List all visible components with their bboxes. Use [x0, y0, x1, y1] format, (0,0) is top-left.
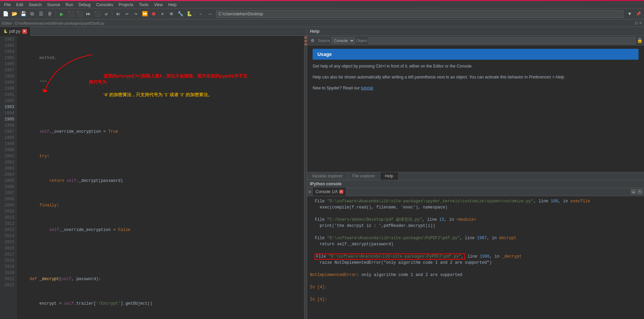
tab-help[interactable]: Help: [380, 172, 399, 180]
gutter-bar: [304, 36, 307, 319]
menu-edit[interactable]: Edit: [13, 2, 26, 8]
continue-btn[interactable]: ⏩: [141, 10, 149, 18]
debug2-btn[interactable]: ⏯: [114, 10, 122, 18]
console-prompt-2[interactable]: In [4]:: [310, 296, 641, 303]
at-btn[interactable]: @: [46, 10, 54, 18]
step-out-btn[interactable]: ↪: [132, 10, 140, 18]
code-line: encrypt = self.trailer['/Encrypt'].getOb…: [20, 301, 304, 307]
list-btn[interactable]: ☰: [37, 10, 45, 18]
pin-btn[interactable]: 📌: [634, 10, 643, 18]
code-line: try:: [20, 153, 304, 159]
tools-btn[interactable]: ✕: [158, 10, 167, 18]
stop2-btn[interactable]: ⏹: [149, 10, 158, 18]
console-minimize-btn[interactable]: ▬: [631, 189, 636, 194]
code-line: [20, 104, 304, 110]
object-input[interactable]: [369, 37, 635, 44]
ipython-console-label: IPython console: [307, 180, 644, 188]
help-toolbar: ⚙ Source Console Editor Object 🔒: [307, 36, 644, 45]
save-btn[interactable]: 💾: [19, 10, 27, 18]
console-line: return self._decrypt(password): [310, 241, 641, 247]
usage-box: Usage: [313, 49, 639, 60]
sep2: [112, 11, 112, 17]
editor-header: Editor - D:\software\anaconda\lib\site-p…: [0, 19, 644, 27]
console-line: File "C:/Users/dehen/Desktop/pdf 破译尝试.py…: [310, 217, 641, 223]
code-line: self._override_encryption = False: [20, 227, 304, 233]
code-content[interactable]: method. """ self._override_encryption = …: [17, 36, 304, 319]
back-btn[interactable]: ←: [197, 10, 205, 18]
menu-debug[interactable]: Debug: [76, 2, 93, 8]
run-file-btn[interactable]: ⬛: [67, 10, 75, 18]
console-output[interactable]: File "D:\software\Anaconda\lib\site-pack…: [307, 196, 644, 319]
help-content-area: Usage Get help of any object by pressing…: [307, 45, 644, 172]
expand-path-btn[interactable]: ▼: [626, 10, 634, 18]
annotation-overlay: 这里的encrypt['/v']实际上是4，所以才会报错。因为当前的pypdf2…: [89, 55, 247, 129]
restart-btn[interactable]: ↺: [102, 10, 110, 18]
path-input[interactable]: [216, 10, 624, 18]
console-tab[interactable]: Console 1/A ✕: [312, 188, 346, 196]
python-btn[interactable]: 🐍: [185, 10, 193, 18]
console-line: raise NotImplementedError("only algorith…: [310, 260, 641, 266]
menu-source[interactable]: Source: [44, 2, 63, 8]
console-error-line: NotImplementedError: only algorithm code…: [310, 272, 641, 278]
stop-btn[interactable]: ⬛: [93, 10, 101, 18]
console-new-btn[interactable]: ⊞: [309, 189, 311, 194]
code-line: finally:: [20, 202, 304, 208]
sep3: [195, 11, 195, 17]
console-tab-bar: ⊞ Console 1/A ✕ ▬ ✎: [307, 188, 644, 196]
tab-icon: 🐍: [3, 29, 8, 33]
console-tab-label: Console 1/A: [315, 189, 338, 194]
lock-btn[interactable]: 🔒: [637, 38, 643, 43]
source-select[interactable]: Console Editor: [331, 37, 355, 44]
forward-btn[interactable]: →: [206, 10, 214, 18]
open-btn[interactable]: 📂: [10, 10, 18, 18]
menu-tools[interactable]: Tools: [136, 2, 151, 8]
console-prompt-1[interactable]: In [4]:: [310, 284, 641, 290]
help-panel-header: Help: [307, 27, 644, 36]
copy-btn[interactable]: ⧉: [28, 10, 36, 18]
code-line: def _decrypt(self, password):: [20, 276, 304, 282]
console-close-btn[interactable]: ✕: [339, 190, 343, 194]
tab-file-explorer[interactable]: File explorer: [348, 172, 380, 180]
menu-view[interactable]: View: [151, 2, 166, 8]
code-line: [20, 251, 304, 258]
help-auto-text: Help can also be shown automatically aft…: [313, 74, 639, 80]
code-line: self._override_encryption = True: [20, 129, 304, 135]
editor-title: Editor - D:\software\anaconda\lib\site-p…: [2, 21, 104, 25]
line-numbers: 1982 1983 1984 1985 1986 1987 1988 1989 …: [0, 36, 17, 319]
object-label: Object: [356, 39, 367, 43]
menu-help[interactable]: Help: [166, 2, 180, 8]
gutter-mark: [305, 37, 307, 39]
console-maximize-btn[interactable]: ✎: [637, 189, 643, 194]
code-line: return self._decrypt(password): [20, 178, 304, 184]
annotation-text: 这里的encrypt['/v']实际上是4，所以才会报错。因为当前的pypdf2…: [89, 67, 247, 104]
toolbar: 📄 📂 💾 ⧉ ☰ @ ▶ ⬛ ⬛ ⏭ ⬛ ↺ ⏯ ↩ ↪ ⏩ ⏹ ✕ ⊞ 🔧 …: [0, 9, 644, 19]
menu-consoles[interactable]: Consoles: [93, 2, 116, 8]
editor-pane: 🐍 pdf.py ✕ 1982 1983 1984 1985 1986 1987…: [0, 27, 307, 319]
expand-btn[interactable]: ⊞: [167, 10, 175, 18]
help-main-text: Get help of any object by pressing Ctrl+…: [313, 63, 639, 69]
debug-btn[interactable]: ⬛: [75, 10, 84, 18]
source-label: Source: [318, 39, 330, 43]
console-line: File "D:\software\Anaconda\lib\site-pack…: [310, 253, 641, 260]
tutorial-link[interactable]: tutorial: [361, 86, 373, 90]
editor-tab-bar: 🐍 pdf.py ✕: [0, 27, 307, 36]
menu-file[interactable]: File: [1, 2, 13, 8]
help-settings-btn[interactable]: ⚙: [309, 37, 317, 45]
tab-variable-explorer[interactable]: Variable explorer: [307, 172, 348, 180]
console-line: print('the decrpyt is : ',pdfReader.decr…: [310, 223, 641, 229]
code-area[interactable]: 1982 1983 1984 1985 1986 1987 1988 1989 …: [0, 36, 307, 319]
new-file-btn[interactable]: 📄: [1, 10, 10, 18]
step-in-btn[interactable]: ↩: [123, 10, 131, 18]
tab-close-btn[interactable]: ✕: [22, 29, 27, 34]
menu-run[interactable]: Run: [63, 2, 76, 8]
menu-projects[interactable]: Projects: [116, 2, 136, 8]
help-new-user-text: New to Spyder? Read our tutorial: [313, 85, 639, 91]
sep1: [56, 11, 56, 17]
code-line: method.: [20, 55, 304, 61]
step-btn[interactable]: ⏭: [84, 10, 92, 18]
menu-search[interactable]: Search: [26, 2, 44, 8]
editor-tab[interactable]: 🐍 pdf.py ✕: [0, 27, 31, 36]
run-btn[interactable]: ▶: [58, 10, 66, 18]
gutter-mark: [305, 40, 307, 42]
wrench-btn[interactable]: 🔧: [176, 10, 184, 18]
